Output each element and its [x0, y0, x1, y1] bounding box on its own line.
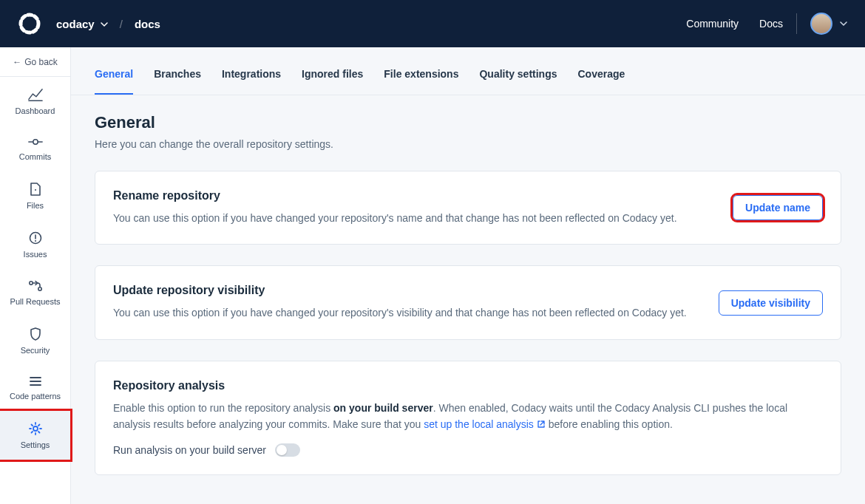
go-back-label: Go back [24, 57, 58, 67]
page-subtitle: Here you can change the overall reposito… [95, 138, 841, 150]
tab-coverage[interactable]: Coverage [578, 68, 625, 95]
chart-icon [27, 87, 44, 102]
issue-icon [28, 231, 43, 245]
tab-general[interactable]: General [95, 68, 133, 95]
svg-point-4 [35, 189, 36, 191]
sidebar: ← Go back Dashboard Commits Files Issues… [0, 47, 71, 504]
file-icon [29, 182, 42, 197]
card-title: Rename repository [113, 189, 715, 202]
page-title: General [95, 113, 841, 132]
codacy-logo[interactable] [18, 12, 41, 35]
svg-point-8 [29, 282, 32, 285]
svg-point-1 [33, 140, 37, 144]
breadcrumb-separator: / [120, 18, 123, 30]
sidebar-item-issues[interactable]: Issues [0, 220, 70, 269]
breadcrumb-repo-label: docs [135, 18, 160, 30]
card-title: Update repository visibility [113, 284, 701, 297]
sidebar-item-security[interactable]: Security [0, 316, 70, 365]
update-visibility-button[interactable]: Update visibility [719, 290, 823, 316]
commit-icon [27, 136, 44, 148]
card-description: Enable this option to run the repository… [113, 400, 823, 433]
setup-local-analysis-link[interactable]: set up the local analysis [424, 416, 546, 432]
pull-request-icon [27, 279, 44, 293]
tab-integrations[interactable]: Integrations [222, 68, 281, 95]
sidebar-item-pull-requests[interactable]: Pull Requests [0, 269, 70, 316]
back-arrow-icon: ← [13, 57, 21, 67]
card-description: You can use this option if you have chan… [113, 304, 701, 321]
sidebar-item-dashboard[interactable]: Dashboard [0, 77, 70, 126]
divider [796, 13, 797, 34]
run-analysis-toggle[interactable] [275, 443, 300, 457]
main: General Branches Integrations Ignored fi… [71, 47, 865, 504]
topbar: codacy / docs Community Docs [0, 0, 865, 47]
sidebar-item-label: Commits [19, 152, 51, 161]
svg-point-13 [33, 426, 38, 431]
card-description: You can use this option if you have chan… [113, 210, 715, 226]
sidebar-item-code-patterns[interactable]: Code patterns [0, 365, 70, 411]
tab-ignored-files[interactable]: Ignored files [302, 68, 363, 95]
tab-branches[interactable]: Branches [154, 68, 201, 95]
sidebar-item-label: Code patterns [10, 392, 61, 401]
update-visibility-card: Update repository visibility You can use… [95, 265, 841, 339]
tab-quality-settings[interactable]: Quality settings [479, 68, 557, 95]
update-name-button[interactable]: Update name [733, 195, 823, 220]
repository-analysis-card: Repository analysis Enable this option t… [95, 361, 841, 475]
sidebar-item-commits[interactable]: Commits [0, 126, 70, 171]
tabs: General Branches Integrations Ignored fi… [71, 47, 865, 95]
topbar-right: Community Docs [665, 13, 847, 35]
sidebar-item-label: Issues [24, 250, 47, 259]
card-title: Repository analysis [113, 379, 823, 392]
svg-point-9 [38, 287, 41, 290]
avatar [810, 13, 832, 35]
sidebar-item-label: Pull Requests [10, 297, 61, 306]
list-icon [28, 375, 43, 387]
svg-point-7 [35, 240, 36, 242]
sidebar-item-label: Settings [21, 440, 50, 449]
toggle-row: Run analysis on your build server [113, 443, 823, 457]
breadcrumb: codacy / docs [56, 18, 160, 30]
rename-repository-card: Rename repository You can use this optio… [95, 171, 841, 245]
chevron-down-icon [101, 18, 108, 30]
docs-link[interactable]: Docs [759, 18, 783, 30]
sidebar-item-label: Dashboard [16, 106, 55, 115]
chevron-down-icon [840, 17, 847, 30]
external-link-icon [537, 420, 546, 429]
community-link[interactable]: Community [686, 18, 739, 30]
sidebar-item-settings[interactable]: Settings [0, 411, 70, 460]
shield-icon [29, 327, 42, 341]
svg-point-0 [21, 15, 38, 33]
go-back-link[interactable]: ← Go back [0, 47, 70, 77]
sidebar-item-files[interactable]: Files [0, 171, 70, 220]
gear-icon [28, 421, 43, 436]
sidebar-item-label: Security [21, 346, 50, 355]
content: General Here you can change the overall … [71, 95, 865, 493]
breadcrumb-org[interactable]: codacy [56, 18, 108, 30]
sidebar-item-label: Files [27, 201, 44, 210]
breadcrumb-org-label: codacy [56, 18, 95, 30]
tab-file-extensions[interactable]: File extensions [384, 68, 458, 95]
breadcrumb-repo[interactable]: docs [135, 18, 160, 30]
toggle-label: Run analysis on your build server [113, 444, 266, 456]
user-menu[interactable] [810, 13, 847, 35]
